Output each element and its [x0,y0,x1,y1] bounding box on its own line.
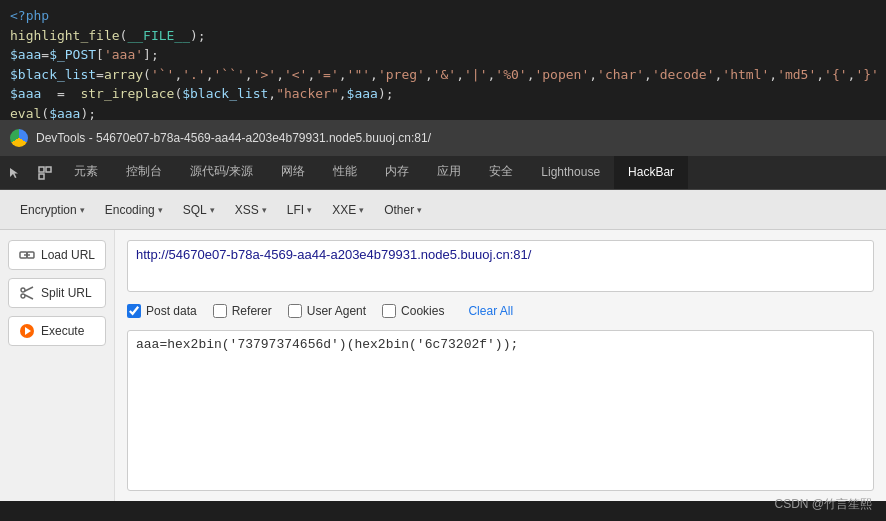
post-data-textarea[interactable] [127,330,874,491]
tab-application[interactable]: 应用 [423,156,475,189]
tab-console[interactable]: 控制台 [112,156,176,189]
tab-security[interactable]: 安全 [475,156,527,189]
cookies-checkbox-label[interactable]: Cookies [382,304,444,318]
scissors-icon [19,285,35,301]
encoding-menu[interactable]: Encoding ▾ [97,199,171,221]
user-agent-checkbox-label[interactable]: User Agent [288,304,366,318]
user-agent-checkbox[interactable] [288,304,302,318]
sql-menu[interactable]: SQL ▾ [175,199,223,221]
hackbar-sidebar: Load URL Split URL Execute [0,230,115,501]
tab-network[interactable]: 网络 [267,156,319,189]
svg-line-9 [25,295,33,299]
xxe-menu[interactable]: XXE ▾ [324,199,372,221]
lfi-chevron: ▾ [307,205,312,215]
svg-point-7 [21,294,25,298]
lfi-menu[interactable]: LFI ▾ [279,199,320,221]
hackbar-main: Load URL Split URL Execute [0,230,886,501]
svg-line-8 [25,287,33,291]
xss-chevron: ▾ [262,205,267,215]
hackbar-content: Post data Referer User Agent Cookies Cle… [115,230,886,501]
watermark: CSDN @竹言笙熙 [774,496,872,513]
cookies-checkbox[interactable] [382,304,396,318]
tab-memory[interactable]: 内存 [371,156,423,189]
svg-rect-1 [46,167,51,172]
svg-rect-0 [39,167,44,172]
hackbar-toolbar: Encryption ▾ Encoding ▾ SQL ▾ XSS ▾ LFI … [0,190,886,230]
encryption-chevron: ▾ [80,205,85,215]
link-icon [19,247,35,263]
devtools-inspect-icon[interactable] [30,156,60,189]
devtools-tabs-bar: 元素 控制台 源代码/来源 网络 性能 内存 应用 安全 Lighthouse … [0,156,886,190]
tab-elements[interactable]: 元素 [60,156,112,189]
other-chevron: ▾ [417,205,422,215]
browser-url: DevTools - 54670e07-b78a-4569-aa44-a203e… [36,131,431,145]
browser-bar: DevTools - 54670e07-b78a-4569-aa44-a203e… [0,120,886,156]
svg-rect-2 [39,174,44,179]
tab-sources[interactable]: 源代码/来源 [176,156,267,189]
hackbar-panel: Encryption ▾ Encoding ▾ SQL ▾ XSS ▾ LFI … [0,190,886,501]
svg-point-6 [21,288,25,292]
xss-menu[interactable]: XSS ▾ [227,199,275,221]
other-menu[interactable]: Other ▾ [376,199,430,221]
tab-lighthouse[interactable]: Lighthouse [527,156,614,189]
referer-checkbox[interactable] [213,304,227,318]
execute-button[interactable]: Execute [8,316,106,346]
encoding-chevron: ▾ [158,205,163,215]
chrome-icon [10,129,28,147]
tab-hackbar[interactable]: HackBar [614,156,688,189]
post-data-checkbox[interactable] [127,304,141,318]
code-display: <?php highlight_file(__FILE__); $aaa=$_P… [0,0,886,120]
checkbox-row: Post data Referer User Agent Cookies Cle… [127,302,874,320]
clear-all-button[interactable]: Clear All [468,304,513,318]
sql-chevron: ▾ [210,205,215,215]
referer-checkbox-label[interactable]: Referer [213,304,272,318]
xxe-chevron: ▾ [359,205,364,215]
split-url-button[interactable]: Split URL [8,278,106,308]
encryption-menu[interactable]: Encryption ▾ [12,199,93,221]
play-icon [19,323,35,339]
tab-performance[interactable]: 性能 [319,156,371,189]
url-input[interactable] [127,240,874,292]
post-data-checkbox-label[interactable]: Post data [127,304,197,318]
devtools-pointer-icon[interactable] [0,156,30,189]
load-url-button[interactable]: Load URL [8,240,106,270]
